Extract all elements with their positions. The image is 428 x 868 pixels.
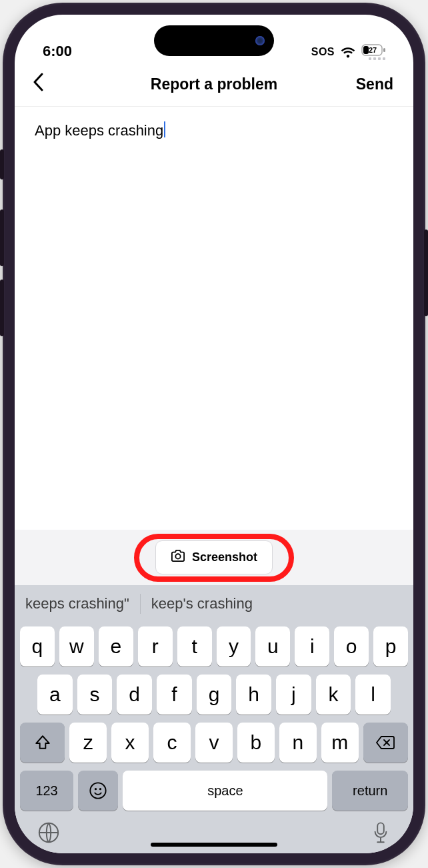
key-i[interactable]: i	[295, 626, 329, 667]
key-h[interactable]: h	[236, 675, 271, 715]
emoji-key[interactable]	[78, 771, 118, 811]
battery-icon: 27	[361, 44, 385, 60]
send-button[interactable]: Send	[356, 75, 393, 93]
space-key[interactable]: space	[123, 771, 327, 811]
key-t[interactable]: t	[177, 626, 212, 667]
svg-rect-9	[377, 823, 384, 834]
suggestion-bar: keeps crashing" keep's crashing	[15, 585, 413, 622]
svg-point-4	[175, 554, 180, 558]
back-button[interactable]	[32, 73, 44, 96]
key-p[interactable]: p	[373, 626, 408, 667]
status-sos: SOS	[311, 46, 335, 58]
key-g[interactable]: g	[197, 675, 232, 715]
camera-icon	[171, 549, 185, 566]
svg-rect-1	[363, 46, 369, 54]
key-row-4: 123 space return	[15, 767, 413, 815]
key-q[interactable]: q	[20, 626, 55, 667]
delete-key[interactable]	[363, 723, 408, 763]
home-indicator[interactable]	[151, 843, 277, 847]
volume-up-button	[0, 209, 4, 266]
key-u[interactable]: u	[255, 626, 290, 667]
shift-key[interactable]	[20, 723, 65, 763]
phone-frame: 6:00 SOS 27	[3, 3, 425, 865]
svg-rect-2	[383, 48, 385, 52]
key-z[interactable]: z	[69, 723, 107, 763]
side-button	[0, 149, 4, 179]
svg-point-6	[95, 788, 97, 790]
key-j[interactable]: j	[276, 675, 311, 715]
key-l[interactable]: l	[355, 675, 391, 715]
key-f[interactable]: f	[157, 675, 192, 715]
globe-icon[interactable]	[37, 821, 60, 848]
key-row-3: z x c v b n m	[15, 719, 413, 767]
report-text: App keeps crashing	[35, 122, 163, 139]
mic-icon[interactable]	[371, 821, 391, 848]
key-x[interactable]: x	[111, 723, 149, 763]
key-row-1: q w e r t y u i o p	[15, 622, 413, 671]
key-w[interactable]: w	[59, 626, 94, 667]
key-o[interactable]: o	[334, 626, 369, 667]
key-s[interactable]: s	[77, 675, 113, 715]
volume-down-button	[0, 280, 4, 336]
svg-point-7	[99, 788, 101, 790]
screenshot-bar: Screenshot	[15, 530, 413, 585]
svg-text:27: 27	[369, 46, 377, 54]
screen: 6:00 SOS 27	[15, 15, 413, 853]
status-time: 6:00	[43, 43, 72, 60]
key-y[interactable]: y	[217, 626, 251, 667]
svg-point-5	[91, 783, 106, 798]
suggestion-1[interactable]: keeps crashing"	[15, 595, 140, 612]
key-row-2: a s d f g h j k l	[15, 671, 413, 719]
report-textarea[interactable]: App keeps crashing	[15, 107, 413, 530]
text-caret	[164, 121, 165, 137]
key-v[interactable]: v	[195, 723, 233, 763]
keyboard: keeps crashing" keep's crashing q w e r …	[15, 585, 413, 853]
key-d[interactable]: d	[117, 675, 152, 715]
key-c[interactable]: c	[153, 723, 191, 763]
key-m[interactable]: m	[321, 723, 359, 763]
key-k[interactable]: k	[316, 675, 351, 715]
screenshot-label: Screenshot	[192, 550, 257, 564]
return-key[interactable]: return	[332, 771, 408, 811]
dynamic-island	[154, 25, 274, 56]
numbers-key[interactable]: 123	[20, 771, 73, 811]
wifi-icon	[340, 46, 356, 58]
screenshot-button[interactable]: Screenshot	[155, 540, 273, 574]
power-button	[424, 230, 428, 316]
key-e[interactable]: e	[99, 626, 133, 667]
key-n[interactable]: n	[279, 723, 317, 763]
key-r[interactable]: r	[138, 626, 173, 667]
key-a[interactable]: a	[37, 675, 73, 715]
suggestion-2[interactable]: keep's crashing	[141, 595, 263, 612]
key-b[interactable]: b	[237, 723, 275, 763]
nav-bar: Report a problem Send	[15, 63, 413, 107]
page-title: Report a problem	[151, 75, 277, 93]
